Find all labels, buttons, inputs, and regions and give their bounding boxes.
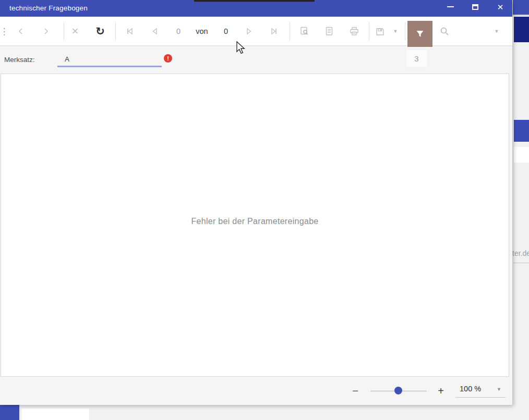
- zoom-level-value: 100 %: [460, 385, 481, 393]
- save-format-dropdown[interactable]: ▼: [388, 19, 403, 44]
- merksatz-input[interactable]: [57, 53, 162, 67]
- search-input[interactable]: [453, 24, 487, 39]
- toolbar-separator: [290, 22, 290, 41]
- chevron-down-icon: ▼: [497, 387, 501, 392]
- zoom-out-button[interactable]: −: [347, 384, 364, 398]
- background-window-blue-square: [0, 404, 19, 420]
- toolbar-separator: [405, 22, 405, 41]
- close-icon: ✕: [497, 3, 504, 11]
- page-of-label: von: [191, 19, 213, 44]
- previous-page-button[interactable]: [142, 19, 167, 44]
- search-button[interactable]: [435, 19, 454, 44]
- printer-icon: [350, 27, 359, 36]
- background-top-strip: [194, 0, 315, 2]
- refresh-icon: ↻: [95, 25, 105, 38]
- last-page-icon: [270, 28, 278, 35]
- parameter-counter-badge[interactable]: 3: [405, 50, 428, 67]
- next-page-button[interactable]: [236, 19, 261, 44]
- chevron-down-icon: ▼: [495, 29, 499, 34]
- background-window-titlebar: [513, 0, 529, 16]
- parameter-bar: Merksatz:: [0, 46, 512, 73]
- first-page-button[interactable]: [117, 19, 142, 44]
- document-icon: [325, 27, 333, 36]
- page-setup-button[interactable]: [292, 19, 317, 44]
- first-page-icon: [126, 28, 134, 35]
- maximize-button[interactable]: [463, 0, 487, 14]
- window-title: technischer Fragebogen: [9, 4, 88, 12]
- minimize-button[interactable]: [438, 0, 462, 14]
- report-error-message: Fehler bei der Parametereingabe: [1, 217, 509, 226]
- total-pages-value: 0: [213, 19, 238, 44]
- search-icon: [440, 27, 449, 36]
- merksatz-label: Merksatz:: [4, 56, 35, 64]
- chevron-down-icon: ▼: [393, 29, 398, 34]
- filter-funnel-icon: [416, 30, 424, 38]
- titlebar[interactable]: technischer Fragebogen ✕: [0, 0, 512, 17]
- export-document-button[interactable]: [317, 19, 342, 44]
- zoom-in-button[interactable]: +: [432, 384, 449, 398]
- chevron-right-icon: [42, 27, 50, 35]
- current-page-field[interactable]: 0: [166, 19, 191, 44]
- maximize-icon: [472, 4, 478, 10]
- history-forward-button[interactable]: [33, 19, 58, 44]
- background-window-navy-block: [514, 17, 529, 42]
- floppy-save-icon: [376, 27, 384, 36]
- report-viewer-window: technischer Fragebogen ✕ ⋮ ×: [0, 0, 512, 405]
- background-window-underline: [513, 263, 529, 263]
- report-viewport: Fehler bei der Parametereingabe: [1, 73, 509, 377]
- search-options-dropdown[interactable]: ▼: [488, 19, 505, 44]
- minimize-icon: [447, 6, 454, 8]
- background-window-white-block: [514, 147, 529, 163]
- print-button[interactable]: [342, 19, 367, 44]
- filter-button[interactable]: [407, 21, 432, 47]
- last-page-button[interactable]: [261, 19, 286, 44]
- toolbar: ⋮ × ↻ 0: [0, 17, 512, 46]
- zoom-bar: − + 100 % ▼: [0, 377, 512, 405]
- kebab-icon: ⋮: [0, 26, 9, 37]
- zoom-level-dropdown[interactable]: 100 % ▼: [455, 381, 506, 398]
- refresh-button[interactable]: ↻: [88, 19, 113, 44]
- background-window-partial-text: ter.de: [512, 249, 529, 257]
- background-window-blue-block: [514, 120, 529, 142]
- chevron-left-icon: [17, 27, 25, 35]
- page-preview-icon: [299, 27, 309, 36]
- cancel-icon: ×: [72, 24, 79, 38]
- mouse-cursor: [236, 41, 247, 56]
- history-back-button[interactable]: [8, 19, 33, 44]
- next-page-icon: [245, 28, 253, 35]
- previous-page-icon: [151, 28, 159, 35]
- parameter-error-icon[interactable]: !: [164, 54, 172, 63]
- toolbar-separator: [115, 22, 116, 41]
- save-button[interactable]: [369, 19, 391, 44]
- cancel-rendering-button[interactable]: ×: [63, 19, 88, 44]
- close-button[interactable]: ✕: [488, 0, 512, 14]
- zoom-slider-thumb[interactable]: [394, 387, 402, 394]
- background-window-tab: [22, 409, 89, 420]
